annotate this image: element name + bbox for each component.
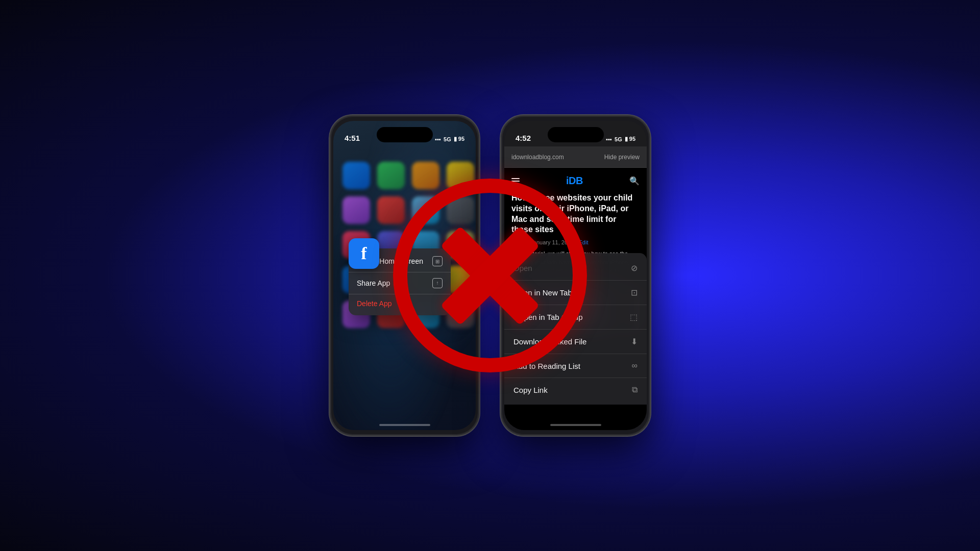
- phone-1: 4:51 ▪▪▪ 5G ▮ 95: [329, 115, 480, 436]
- tab-icon: ⊡: [631, 288, 638, 297]
- context-open-new-tab[interactable]: Open in New Tab ⊡: [504, 281, 647, 305]
- article-header: iDB 🔍: [511, 175, 640, 187]
- app-icon-6: [377, 196, 405, 224]
- signal-icon-2: ▪▪▪: [606, 136, 612, 142]
- arrow-right-icon: ›: [513, 313, 516, 321]
- context-open-new-tab-label: Open in New Tab: [513, 288, 572, 297]
- scene: 4:51 ▪▪▪ 5G ▮ 95: [329, 115, 651, 436]
- phone-2-screen: 4:52 ▪▪▪ 5G ▮ 95 idownloadblog.com Hide …: [504, 121, 647, 430]
- app-icon-20: [447, 300, 474, 328]
- tab-group-icon: ⬚: [630, 312, 638, 322]
- app-icon-2: [377, 162, 405, 189]
- status-icons-1: ▪▪▪ 5G ▮ 95: [435, 136, 464, 142]
- home-indicator-2: [550, 424, 601, 426]
- dynamic-island-2: [548, 127, 604, 142]
- home-indicator-1: [379, 424, 430, 426]
- menu-item-share-app[interactable]: Share App ↑: [349, 272, 451, 294]
- facebook-app-icon: f: [349, 238, 379, 269]
- safari-url-bar[interactable]: idownloadblog.com Hide preview: [504, 146, 647, 168]
- network-type-2: 5G: [615, 136, 622, 142]
- circle-slash-icon: ⊘: [631, 263, 638, 273]
- time-2: 4:52: [516, 134, 531, 142]
- context-open[interactable]: Open ⊘: [504, 256, 647, 281]
- safari-context-menu: Open ⊘ Open in New Tab ⊡ ›Open in Tab Gr…: [504, 253, 647, 405]
- context-add-reading-list[interactable]: Add to Reading List ∞: [504, 354, 647, 378]
- status-icons-2: ▪▪▪ 5G ▮ 95: [606, 136, 635, 142]
- hamburger-icon[interactable]: [511, 178, 520, 184]
- article-title: How to see websites your child visits on…: [511, 193, 640, 235]
- share-icon: ↑: [432, 278, 443, 288]
- article-author: Thakur: [511, 239, 529, 245]
- idb-logo-db: DB: [569, 175, 583, 186]
- app-icon-4: [447, 162, 474, 189]
- dynamic-island-1: [377, 127, 433, 142]
- network-type-1: 5G: [444, 136, 451, 142]
- context-copy-link-label: Copy Link: [513, 386, 548, 394]
- facebook-letter: f: [361, 244, 366, 263]
- copy-icon: ⧉: [632, 385, 638, 394]
- context-download-linked-file[interactable]: Download Linked File ⬇: [504, 330, 647, 354]
- phone-2: 4:52 ▪▪▪ 5G ▮ 95 idownloadblog.com Hide …: [500, 115, 651, 436]
- app-icon-5: [342, 196, 370, 224]
- app-icon-7: [412, 196, 439, 224]
- context-open-tab-group-label: ›Open in Tab Group: [513, 313, 582, 321]
- battery-2: ▮ 95: [625, 136, 635, 142]
- menu-item-delete-label: Delete App: [357, 299, 392, 308]
- context-reading-list-label: Add to Reading List: [513, 362, 580, 370]
- menu-item-delete-app[interactable]: Delete App: [349, 294, 451, 313]
- battery-1: ▮ 95: [454, 136, 464, 142]
- safari-hide-preview-button[interactable]: Hide preview: [604, 154, 640, 161]
- infinity-icon: ∞: [632, 361, 638, 370]
- article-edit-link[interactable]: Edit: [579, 239, 589, 245]
- context-copy-link[interactable]: Copy Link ⧉: [504, 378, 647, 402]
- context-open-tab-group[interactable]: ›Open in Tab Group ⬚: [504, 305, 647, 330]
- context-download-label: Download Linked File: [513, 337, 586, 346]
- app-icon-3: [412, 162, 439, 189]
- app-icon-16: [447, 266, 474, 293]
- phone-1-screen: 4:51 ▪▪▪ 5G ▮ 95: [333, 121, 476, 430]
- context-open-label: Open: [513, 264, 532, 272]
- idb-logo: iDB: [566, 175, 583, 187]
- app-icon-1: [342, 162, 370, 189]
- time-1: 4:51: [345, 134, 360, 142]
- plus-square-icon: ⊞: [432, 256, 443, 266]
- signal-icon-1: ▪▪▪: [435, 136, 441, 142]
- app-icon-12: [447, 231, 474, 259]
- app-icon-8: [447, 196, 474, 224]
- safari-url-text: idownloadblog.com: [511, 154, 564, 161]
- download-icon: ⬇: [631, 337, 638, 346]
- article-area: iDB 🔍 How to see websites your child vis…: [504, 168, 647, 430]
- article-meta: Thakur January 11, 2024 / Edit: [511, 239, 640, 245]
- search-icon[interactable]: 🔍: [629, 176, 640, 186]
- menu-item-share-label: Share App: [357, 279, 390, 287]
- article-date: January 11, 2024: [530, 239, 574, 245]
